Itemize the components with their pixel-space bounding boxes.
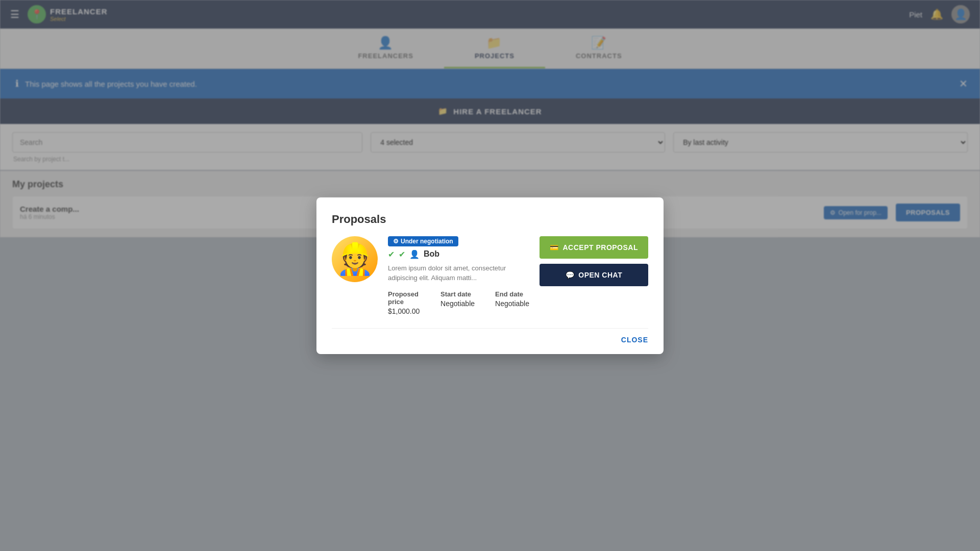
proposal-info: ⚙ Under negotiation ✔ ✔ 👤 Bob Lorem ipsu…: [388, 236, 529, 316]
modal-overlay: Proposals 👷 ⚙ Under negotiation ✔: [0, 0, 980, 551]
proposal-actions: 💳 ACCEPT PROPOSAL 💬 OPEN CHAT: [540, 236, 648, 286]
end-date: End date Negotiable: [495, 290, 529, 316]
accept-label: ACCEPT PROPOSAL: [562, 243, 638, 252]
negotiation-label: Under negotiation: [401, 238, 453, 245]
start-date-label: Start date: [440, 290, 475, 298]
chat-label: OPEN CHAT: [578, 271, 622, 279]
open-chat-button[interactable]: 💬 OPEN CHAT: [540, 264, 648, 286]
check-icon-2: ✔: [399, 249, 405, 259]
proposal-description: Lorem ipsum dolor sit amet, consectetur …: [388, 263, 529, 283]
proposal-avatar: 👷: [332, 236, 378, 282]
close-modal-button[interactable]: CLOSE: [621, 336, 648, 344]
check-icon-1: ✔: [388, 249, 395, 259]
proposed-price-value: $1,000.00: [388, 307, 420, 315]
proposal-name-row: ✔ ✔ 👤 Bob: [388, 249, 529, 259]
proposal-meta: Proposed price $1,000.00 Start date Nego…: [388, 290, 529, 316]
proposed-price: Proposed price $1,000.00: [388, 290, 420, 316]
proposals-modal: Proposals 👷 ⚙ Under negotiation ✔: [316, 197, 664, 354]
accept-proposal-button[interactable]: 💳 ACCEPT PROPOSAL: [540, 236, 648, 259]
start-date-value: Negotiable: [440, 299, 475, 308]
proposal-badge-row: ⚙ Under negotiation: [388, 236, 529, 246]
accept-icon: 💳: [550, 243, 559, 252]
end-date-label: End date: [495, 290, 529, 298]
modal-title: Proposals: [332, 213, 648, 226]
end-date-value: Negotiable: [495, 299, 529, 308]
chat-icon: 💬: [566, 271, 575, 279]
proposal-card: 👷 ⚙ Under negotiation ✔ ✔ 👤 Bob Lorem: [332, 236, 648, 316]
user-icon: 👤: [409, 249, 420, 259]
modal-footer: CLOSE: [332, 328, 648, 344]
under-negotiation-badge: ⚙ Under negotiation: [388, 236, 458, 246]
proposed-price-label: Proposed price: [388, 290, 420, 306]
proposal-name: Bob: [424, 249, 439, 259]
start-date: Start date Negotiable: [440, 290, 475, 316]
negotiation-icon: ⚙: [393, 238, 399, 245]
